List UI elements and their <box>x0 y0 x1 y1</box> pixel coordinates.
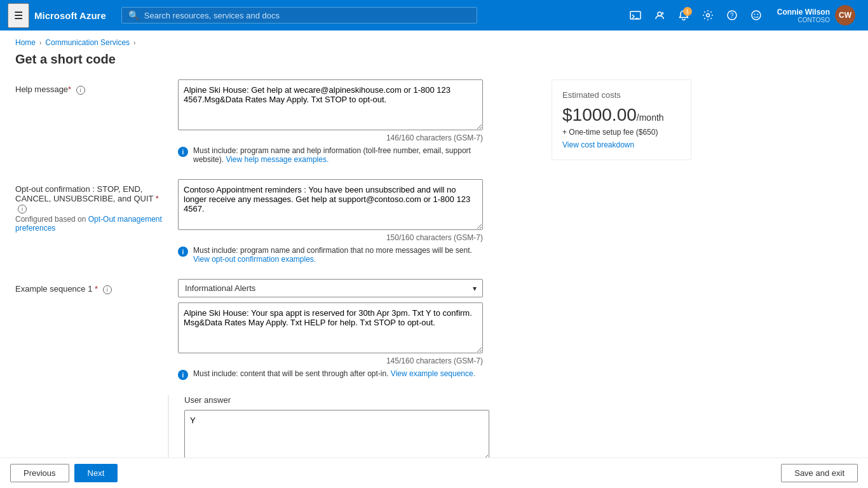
topnav-icon-group: 1 ? <box>625 4 767 26</box>
example-sequence-required: * <box>95 284 98 294</box>
example-sequence-char-count: 145/160 characters (GSM-7) <box>178 356 483 365</box>
bottom-bar: Previous Next Save and exit <box>0 458 868 488</box>
cost-title: Estimated costs <box>562 90 681 100</box>
cost-amount: $1000.00 <box>562 105 637 125</box>
optout-info-msg: i Must include: program name and confirm… <box>178 246 483 264</box>
svg-rect-0 <box>630 11 641 19</box>
cost-amount-row: $1000.00/month <box>562 105 681 125</box>
user-answer-textarea[interactable]: Y <box>184 410 489 458</box>
cost-setup-fee: + One-time setup fee ($650) <box>562 128 681 137</box>
help-message-char-count: 146/160 characters (GSM-7) <box>178 133 483 142</box>
help-message-required: * <box>68 85 71 94</box>
breadcrumb: Home › Communication Services › <box>0 30 868 50</box>
help-message-row: Help message* i Alpine Ski House: Get he… <box>15 79 536 164</box>
svg-point-3 <box>706 14 709 17</box>
user-answer-label: User answer <box>184 395 536 405</box>
search-input[interactable] <box>144 11 470 20</box>
user-org: CONTOSO <box>777 17 830 24</box>
example-sequence-info-text: Must include: content that will be sent … <box>193 369 475 378</box>
user-answer-row: User answer Y 1/160 characters (GSM-7) R… <box>15 395 536 458</box>
notification-badge: 1 <box>683 7 692 16</box>
help-message-info-msg: i Must include: program name and help in… <box>178 146 483 164</box>
previous-button[interactable]: Previous <box>10 464 69 482</box>
avatar: CW <box>835 5 855 25</box>
breadcrumb-home[interactable]: Home <box>15 38 36 47</box>
help-message-label: Help message <box>15 85 68 94</box>
svg-point-7 <box>754 14 755 15</box>
app-logo: Microsoft Azure <box>34 10 106 21</box>
example-sequence-dropdown[interactable]: Informational Alerts Promotional 2FA/OTP… <box>178 279 483 297</box>
next-button[interactable]: Next <box>74 464 118 482</box>
page-title: Get a short code <box>0 50 868 79</box>
example-sequence-label: Example sequence 1 <box>15 284 92 294</box>
example-sequence-info-circle: i <box>178 370 188 380</box>
user-info: Connie Wilson CONTOSO <box>777 8 830 24</box>
main-content: Home › Communication Services › Get a sh… <box>0 30 868 488</box>
scroll-content: Home › Communication Services › Get a sh… <box>0 30 868 458</box>
top-navigation: ☰ Microsoft Azure 🔍 1 ? Connie Wilson CO… <box>0 0 868 30</box>
optout-examples-link[interactable]: View opt-out confirmation examples. <box>193 255 316 264</box>
directory-button[interactable] <box>649 4 670 26</box>
example-sequence-info-msg: i Must include: content that will be sen… <box>178 369 483 380</box>
svg-point-2 <box>658 12 661 16</box>
content-area: Help message* i Alpine Ski House: Get he… <box>0 79 868 458</box>
svg-point-6 <box>752 11 761 20</box>
help-message-link[interactable]: View help message examples. <box>226 155 329 164</box>
help-message-field-col: Alpine Ski House: Get help at wecare@alp… <box>178 79 536 164</box>
optout-sublabel: Configured based on Opt-Out management p… <box>15 215 168 233</box>
search-bar: 🔍 <box>121 7 477 24</box>
optout-label: Opt-out confirmation : STOP, END, CANCEL… <box>15 184 153 203</box>
breadcrumb-sep-1: › <box>39 39 41 46</box>
breadcrumb-sep-2: › <box>133 39 135 46</box>
cloud-shell-button[interactable] <box>625 4 646 26</box>
help-message-label-col: Help message* i <box>15 79 168 95</box>
example-sequence-dropdown-container: Informational Alerts Promotional 2FA/OTP… <box>178 279 483 297</box>
optout-textarea[interactable]: Contoso Appointment reminders : You have… <box>178 179 483 230</box>
optout-field-col: Contoso Appointment reminders : You have… <box>178 179 536 264</box>
user-answer-section: User answer Y 1/160 characters (GSM-7) R… <box>168 395 536 458</box>
example-sequence-row: Example sequence 1 * i Informational Ale… <box>15 279 536 380</box>
form-section: Help message* i Alpine Ski House: Get he… <box>15 79 536 458</box>
help-message-info-circle: i <box>178 147 188 157</box>
hamburger-menu[interactable]: ☰ <box>8 3 29 28</box>
help-message-textarea[interactable]: Alpine Ski House: Get help at wecare@alp… <box>178 79 483 130</box>
optout-label-col: Opt-out confirmation : STOP, END, CANCEL… <box>15 179 168 233</box>
feedback-smiley-button[interactable] <box>745 4 767 26</box>
cost-period: /month <box>637 112 664 123</box>
cost-breakdown-link[interactable]: View cost breakdown <box>562 140 681 149</box>
search-icon: 🔍 <box>128 10 139 20</box>
svg-text:?: ? <box>730 12 734 19</box>
help-button[interactable]: ? <box>721 4 743 26</box>
save-exit-button[interactable]: Save and exit <box>781 464 858 482</box>
example-sequence-link[interactable]: View example sequence. <box>391 369 475 378</box>
example-sequence-label-col: Example sequence 1 * i <box>15 279 168 294</box>
notification-button[interactable]: 1 <box>673 4 695 26</box>
cost-panel: Estimated costs $1000.00/month + One-tim… <box>552 79 691 160</box>
help-message-info-text: Must include: program name and help info… <box>193 146 483 164</box>
optout-info-icon[interactable]: i <box>18 205 27 214</box>
breadcrumb-service[interactable]: Communication Services <box>45 38 130 47</box>
optout-char-count: 150/160 characters (GSM-7) <box>178 233 483 242</box>
user-name: Connie Wilson <box>777 8 830 17</box>
example-sequence-info-icon[interactable]: i <box>103 285 112 294</box>
optout-required: * <box>156 194 159 203</box>
optout-info-circle: i <box>178 247 188 257</box>
example-sequence-textarea[interactable]: Alpine Ski House: Your spa appt is reser… <box>178 302 483 353</box>
help-message-info-icon[interactable]: i <box>76 86 85 95</box>
svg-point-8 <box>757 14 758 15</box>
settings-button[interactable] <box>697 4 719 26</box>
example-sequence-field-col: Informational Alerts Promotional 2FA/OTP… <box>178 279 536 380</box>
user-menu[interactable]: Connie Wilson CONTOSO CW <box>772 3 860 28</box>
optout-row: Opt-out confirmation : STOP, END, CANCEL… <box>15 179 536 264</box>
optout-info-text: Must include: program name and confirmat… <box>193 246 483 264</box>
